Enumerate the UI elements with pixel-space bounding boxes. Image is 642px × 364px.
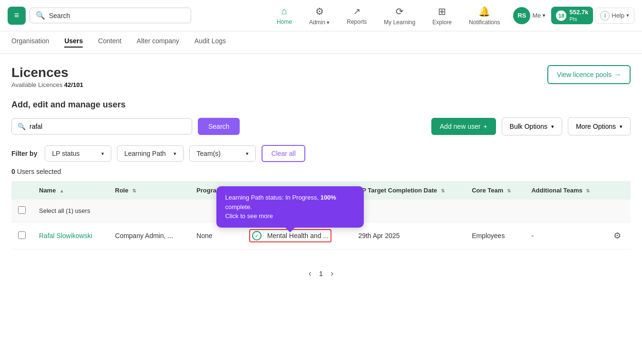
select-all-checkbox-cell[interactable]: [11, 200, 32, 222]
bulk-options-button[interactable]: Bulk Options ▾: [502, 117, 562, 135]
add-user-label: Add new user: [440, 123, 481, 130]
row-name-cell: Rafal Slowikowski: [32, 222, 108, 249]
current-page: 1: [319, 269, 323, 278]
search-button[interactable]: Search: [198, 118, 240, 135]
logo[interactable]: ≡: [8, 7, 26, 25]
lp-tooltip-wrap[interactable]: Learning Path status: In Progress, 100% …: [249, 229, 331, 242]
add-new-user-button[interactable]: Add new user +: [431, 118, 496, 135]
badge-number: 18: [556, 10, 566, 21]
bell-icon: 🔔: [478, 6, 490, 17]
search-input[interactable]: [49, 12, 185, 19]
nav-item-explore[interactable]: ⊞ Explore: [425, 2, 459, 29]
my-learning-icon: ⟳: [396, 6, 404, 17]
th-core-team[interactable]: Core Team ⇅: [465, 181, 525, 200]
nav-item-home[interactable]: ⌂ Home: [269, 2, 300, 29]
licences-header: Licences Available Licences 42/101 View …: [11, 65, 631, 88]
user-name-link[interactable]: Rafal Slowikowski: [39, 232, 92, 239]
section-title: Add, edit and manage users: [11, 100, 631, 110]
teams-filter[interactable]: Team(s) ▾: [189, 145, 256, 162]
search-icon: 🔍: [18, 123, 26, 130]
nav-item-admin[interactable]: ⚙ Admin ▾: [302, 2, 337, 29]
th-lp-completion[interactable]: LP Target Completion Date ⇅: [351, 181, 465, 200]
reports-icon: ↗: [353, 6, 360, 17]
subnav-content[interactable]: Content: [98, 37, 121, 48]
pagination: ‹ 1 ›: [11, 268, 631, 278]
th-actions: [607, 181, 631, 200]
me-menu[interactable]: RS Me ▾: [509, 7, 549, 24]
chevron-down-icon: ▾: [620, 124, 623, 130]
learning-path-filter[interactable]: Learning Path ▾: [117, 145, 184, 162]
chevron-down-icon: ▾: [551, 124, 554, 130]
tooltip-status-value: In Progress,: [285, 194, 319, 201]
help-icon: i: [600, 11, 610, 20]
lp-status-filter[interactable]: LP status ▾: [45, 145, 111, 162]
next-page-button[interactable]: ›: [331, 268, 333, 278]
settings-icon[interactable]: ⚙: [613, 231, 621, 240]
row-settings-cell[interactable]: ⚙: [607, 222, 631, 249]
chevron-down-icon: ▾: [101, 151, 104, 157]
help-button[interactable]: i Help ▾: [595, 8, 634, 24]
row-lp-completion-date-cell: 29th Apr 2025: [351, 222, 465, 249]
points-unit: Pts: [569, 16, 588, 22]
licences-title: Licences: [11, 65, 83, 80]
sort-icon-core-team: ⇅: [507, 188, 511, 193]
lp-status-icon: ✓: [252, 231, 262, 240]
global-search-bar[interactable]: 🔍: [29, 8, 191, 23]
lp-tooltip: Learning Path status: In Progress, 100% …: [216, 186, 364, 228]
chevron-down-icon: ▾: [174, 151, 176, 157]
admin-icon: ⚙: [315, 6, 324, 17]
selected-count: 0: [11, 168, 15, 175]
row-core-team-cell: Employees: [465, 222, 525, 249]
licences-info: Licences Available Licences 42/101: [11, 65, 83, 88]
subnav-alter-company[interactable]: Alter company: [136, 37, 179, 48]
more-options-button[interactable]: More Options ▾: [568, 117, 631, 135]
help-label: Help: [612, 12, 624, 19]
filter-row: Filter by LP status ▾ Learning Path ▾ Te…: [11, 145, 631, 162]
user-search-input[interactable]: [29, 123, 186, 130]
me-chevron-icon: ▾: [543, 12, 545, 19]
explore-icon: ⊞: [438, 6, 446, 17]
selected-count-row: 0 Users selected: [11, 168, 631, 175]
row-checkbox[interactable]: [18, 231, 26, 239]
tooltip-percent-label: complete.: [225, 203, 252, 211]
sub-navigation: Organisation Users Content Alter company…: [0, 31, 642, 54]
subnav-organisation[interactable]: Organisation: [11, 37, 49, 48]
user-search-wrap[interactable]: 🔍: [11, 118, 192, 134]
home-icon: ⌂: [282, 6, 287, 17]
lp-name: Mental Health and ...: [267, 232, 329, 239]
nav-item-my-learning[interactable]: ⟳ My Learning: [376, 2, 423, 29]
clear-all-button[interactable]: Clear all: [262, 145, 305, 162]
subnav-users[interactable]: Users: [64, 37, 83, 48]
row-role-cell: Company Admin, ...: [108, 222, 190, 249]
view-licence-pools-button[interactable]: View licence pools →: [547, 65, 631, 84]
th-additional-teams[interactable]: Additional Teams ⇅: [525, 181, 606, 200]
main-content: Licences Available Licences 42/101 View …: [0, 54, 642, 290]
plus-icon: +: [483, 123, 487, 130]
top-navigation: ≡ 🔍 ⌂ Home ⚙ Admin ▾ ↗ Reports ⟳ My Lear…: [0, 0, 642, 31]
row-learning-path-cell: Learning Path status: In Progress, 100% …: [243, 222, 352, 249]
select-all-checkbox[interactable]: [18, 206, 26, 214]
nav-items: ⌂ Home ⚙ Admin ▾ ↗ Reports ⟳ My Learning…: [269, 2, 634, 29]
search-icon: 🔍: [36, 11, 45, 20]
prev-page-button[interactable]: ‹: [309, 268, 311, 278]
filter-by-label: Filter by: [11, 150, 37, 157]
th-checkbox: [11, 181, 32, 200]
sort-icon-additional-teams: ⇅: [586, 188, 590, 193]
points-info: 552.7k Pts: [569, 9, 588, 22]
selected-label: Users selected: [17, 168, 61, 175]
points-value: 552.7k: [569, 9, 588, 16]
avatar[interactable]: RS: [513, 7, 530, 24]
me-label: Me: [532, 12, 541, 19]
arrow-right-icon: →: [614, 71, 621, 78]
sort-icon-lp-completion: ⇅: [441, 188, 445, 193]
th-role[interactable]: Role ⇅: [108, 181, 190, 200]
nav-item-reports[interactable]: ↗ Reports: [339, 2, 374, 29]
row-checkbox-cell[interactable]: [11, 222, 32, 249]
subnav-audit-logs[interactable]: Audit Logs: [195, 37, 226, 48]
row-additional-teams-cell: -: [525, 222, 606, 249]
points-badge[interactable]: 18 552.7k Pts: [551, 7, 593, 24]
chevron-down-icon: ▾: [246, 151, 249, 157]
nav-item-notifications[interactable]: 🔔 Notifications: [461, 2, 507, 29]
help-chevron-icon: ▾: [626, 12, 629, 19]
th-name[interactable]: Name ▲: [32, 181, 108, 200]
